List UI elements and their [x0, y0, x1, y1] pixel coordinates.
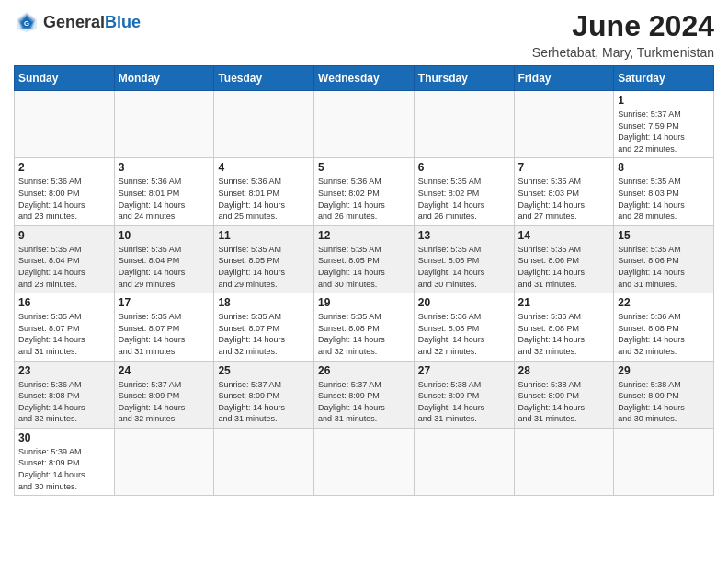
day-number: 22 — [618, 296, 710, 309]
calendar-day-cell — [114, 428, 214, 495]
calendar-day-cell: 22Sunrise: 5:36 AM Sunset: 8:08 PM Dayli… — [614, 293, 714, 361]
day-number: 30 — [18, 431, 110, 444]
day-info: Sunrise: 5:35 AM Sunset: 8:06 PM Dayligh… — [418, 244, 510, 290]
logo-text: GeneralBlue — [43, 13, 141, 32]
day-number: 19 — [318, 296, 410, 309]
day-number: 10 — [119, 229, 210, 242]
day-info: Sunrise: 5:35 AM Sunset: 8:08 PM Dayligh… — [318, 311, 410, 357]
calendar-day-cell: 13Sunrise: 5:35 AM Sunset: 8:06 PM Dayli… — [414, 225, 514, 293]
logo-icon: G — [14, 9, 40, 35]
day-info: Sunrise: 5:35 AM Sunset: 8:03 PM Dayligh… — [618, 176, 710, 222]
calendar-day-cell: 2Sunrise: 5:36 AM Sunset: 8:00 PM Daylig… — [15, 158, 115, 225]
day-info: Sunrise: 5:37 AM Sunset: 8:09 PM Dayligh… — [318, 379, 410, 425]
day-number: 1 — [618, 94, 710, 107]
calendar-day-cell: 18Sunrise: 5:35 AM Sunset: 8:07 PM Dayli… — [214, 293, 314, 361]
calendar-day-cell: 1Sunrise: 5:37 AM Sunset: 7:59 PM Daylig… — [614, 91, 714, 158]
page-header: G GeneralBlue June 2024 Serhetabat, Mary… — [14, 9, 714, 60]
column-header-tuesday: Tuesday — [214, 66, 314, 91]
calendar-day-cell: 9Sunrise: 5:35 AM Sunset: 8:04 PM Daylig… — [15, 225, 115, 293]
day-info: Sunrise: 5:38 AM Sunset: 8:09 PM Dayligh… — [618, 379, 710, 425]
day-info: Sunrise: 5:35 AM Sunset: 8:04 PM Dayligh… — [18, 244, 110, 290]
day-info: Sunrise: 5:35 AM Sunset: 8:07 PM Dayligh… — [18, 311, 110, 357]
calendar-day-cell: 8Sunrise: 5:35 AM Sunset: 8:03 PM Daylig… — [614, 158, 714, 225]
day-number: 7 — [518, 161, 610, 174]
day-number: 12 — [318, 229, 410, 242]
calendar-day-cell: 30Sunrise: 5:39 AM Sunset: 8:09 PM Dayli… — [15, 428, 115, 495]
calendar-day-cell: 23Sunrise: 5:36 AM Sunset: 8:08 PM Dayli… — [15, 361, 115, 428]
day-number: 26 — [318, 364, 410, 377]
day-info: Sunrise: 5:36 AM Sunset: 8:01 PM Dayligh… — [119, 176, 210, 222]
calendar-header-row: SundayMondayTuesdayWednesdayThursdayFrid… — [15, 66, 714, 91]
logo: G GeneralBlue — [14, 9, 141, 35]
day-number: 13 — [418, 229, 510, 242]
day-number: 21 — [518, 296, 610, 309]
day-info: Sunrise: 5:35 AM Sunset: 8:02 PM Dayligh… — [418, 176, 510, 222]
calendar-day-cell: 29Sunrise: 5:38 AM Sunset: 8:09 PM Dayli… — [614, 361, 714, 428]
calendar-day-cell: 17Sunrise: 5:35 AM Sunset: 8:07 PM Dayli… — [114, 293, 214, 361]
column-header-friday: Friday — [514, 66, 614, 91]
day-number: 3 — [119, 161, 210, 174]
calendar-week-row: 2Sunrise: 5:36 AM Sunset: 8:00 PM Daylig… — [15, 158, 714, 225]
day-number: 16 — [18, 296, 110, 309]
month-year-title: June 2024 — [532, 9, 714, 43]
day-number: 17 — [119, 296, 210, 309]
calendar-day-cell — [314, 91, 415, 158]
calendar-day-cell: 14Sunrise: 5:35 AM Sunset: 8:06 PM Dayli… — [514, 225, 614, 293]
calendar-day-cell: 4Sunrise: 5:36 AM Sunset: 8:01 PM Daylig… — [214, 158, 314, 225]
day-number: 11 — [218, 229, 310, 242]
calendar-day-cell: 5Sunrise: 5:36 AM Sunset: 8:02 PM Daylig… — [314, 158, 415, 225]
calendar-day-cell — [614, 428, 714, 495]
calendar-day-cell — [414, 428, 514, 495]
calendar-day-cell: 11Sunrise: 5:35 AM Sunset: 8:05 PM Dayli… — [214, 225, 314, 293]
calendar-day-cell — [514, 428, 614, 495]
day-info: Sunrise: 5:36 AM Sunset: 8:08 PM Dayligh… — [618, 311, 710, 357]
day-number: 2 — [18, 161, 110, 174]
day-info: Sunrise: 5:35 AM Sunset: 8:05 PM Dayligh… — [318, 244, 410, 290]
day-info: Sunrise: 5:37 AM Sunset: 8:09 PM Dayligh… — [119, 379, 210, 425]
calendar-day-cell — [214, 91, 314, 158]
day-number: 5 — [318, 161, 410, 174]
day-number: 27 — [418, 364, 510, 377]
column-header-saturday: Saturday — [614, 66, 714, 91]
calendar-day-cell — [114, 91, 214, 158]
calendar-day-cell: 28Sunrise: 5:38 AM Sunset: 8:09 PM Dayli… — [514, 361, 614, 428]
calendar-day-cell — [514, 91, 614, 158]
day-info: Sunrise: 5:36 AM Sunset: 8:08 PM Dayligh… — [18, 379, 110, 425]
calendar-day-cell: 19Sunrise: 5:35 AM Sunset: 8:08 PM Dayli… — [314, 293, 415, 361]
day-info: Sunrise: 5:36 AM Sunset: 8:02 PM Dayligh… — [318, 176, 410, 222]
column-header-monday: Monday — [114, 66, 214, 91]
calendar-day-cell: 21Sunrise: 5:36 AM Sunset: 8:08 PM Dayli… — [514, 293, 614, 361]
calendar-day-cell: 7Sunrise: 5:35 AM Sunset: 8:03 PM Daylig… — [514, 158, 614, 225]
svg-text:G: G — [24, 19, 29, 28]
day-number: 15 — [618, 229, 710, 242]
calendar-day-cell — [15, 91, 115, 158]
day-info: Sunrise: 5:36 AM Sunset: 8:00 PM Dayligh… — [18, 176, 110, 222]
calendar-day-cell: 10Sunrise: 5:35 AM Sunset: 8:04 PM Dayli… — [114, 225, 214, 293]
day-info: Sunrise: 5:35 AM Sunset: 8:06 PM Dayligh… — [518, 244, 610, 290]
day-number: 24 — [119, 364, 210, 377]
day-number: 23 — [18, 364, 110, 377]
day-number: 6 — [418, 161, 510, 174]
day-info: Sunrise: 5:35 AM Sunset: 8:07 PM Dayligh… — [218, 311, 310, 357]
calendar-day-cell: 3Sunrise: 5:36 AM Sunset: 8:01 PM Daylig… — [114, 158, 214, 225]
title-block: June 2024 Serhetabat, Mary, Turkmenistan — [532, 9, 714, 60]
day-info: Sunrise: 5:35 AM Sunset: 8:04 PM Dayligh… — [119, 244, 210, 290]
day-number: 18 — [218, 296, 310, 309]
calendar-day-cell — [314, 428, 415, 495]
day-info: Sunrise: 5:35 AM Sunset: 8:06 PM Dayligh… — [618, 244, 710, 290]
calendar-day-cell: 6Sunrise: 5:35 AM Sunset: 8:02 PM Daylig… — [414, 158, 514, 225]
day-info: Sunrise: 5:37 AM Sunset: 8:09 PM Dayligh… — [218, 379, 310, 425]
day-number: 14 — [518, 229, 610, 242]
day-number: 29 — [618, 364, 710, 377]
calendar-table: SundayMondayTuesdayWednesdayThursdayFrid… — [14, 65, 714, 496]
column-header-sunday: Sunday — [15, 66, 115, 91]
day-number: 4 — [218, 161, 310, 174]
calendar-day-cell: 12Sunrise: 5:35 AM Sunset: 8:05 PM Dayli… — [314, 225, 415, 293]
day-info: Sunrise: 5:35 AM Sunset: 8:05 PM Dayligh… — [218, 244, 310, 290]
calendar-week-row: 23Sunrise: 5:36 AM Sunset: 8:08 PM Dayli… — [15, 361, 714, 428]
location-subtitle: Serhetabat, Mary, Turkmenistan — [532, 45, 714, 60]
day-number: 25 — [218, 364, 310, 377]
column-header-wednesday: Wednesday — [314, 66, 415, 91]
day-info: Sunrise: 5:35 AM Sunset: 8:07 PM Dayligh… — [119, 311, 210, 357]
calendar-day-cell: 24Sunrise: 5:37 AM Sunset: 8:09 PM Dayli… — [114, 361, 214, 428]
